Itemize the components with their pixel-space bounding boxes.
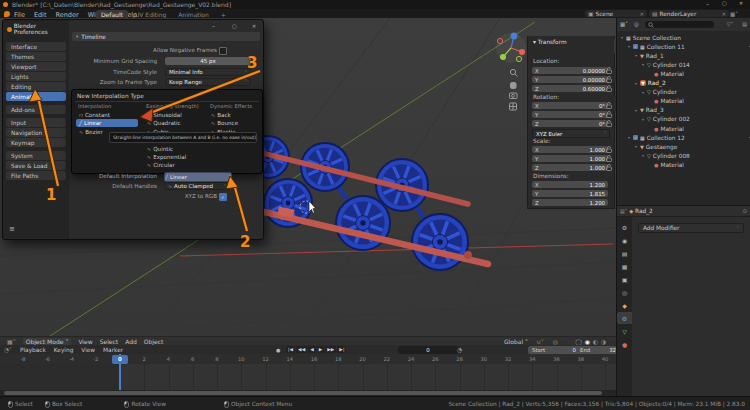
play-button[interactable]: ▶	[317, 346, 325, 353]
shading-solid-icon[interactable]: ◉	[585, 338, 590, 345]
timeline-tracks[interactable]	[0, 364, 616, 390]
timeline-menu-keying[interactable]: Keying	[54, 347, 73, 353]
properties-tab-data[interactable]: ▽	[617, 325, 632, 337]
lock-icon[interactable]	[606, 67, 613, 74]
outliner-row-material[interactable]: ●Material	[617, 97, 750, 106]
prefs-nav-lights[interactable]: Lights	[6, 72, 66, 81]
proportional-edit-icon[interactable]: ◎	[553, 338, 558, 345]
outliner-display-mode-dropdown[interactable]: ▦˅	[620, 21, 628, 27]
transform-panel-title[interactable]: ▾ Transform	[533, 39, 567, 45]
window-minimize-button[interactable]: –	[706, 0, 709, 7]
rotation-x-field[interactable]: X0°	[532, 102, 608, 109]
navigation-gizmo[interactable]	[496, 33, 526, 63]
menu-item-circular[interactable]: ∿Circular	[144, 161, 202, 169]
prefs-nav-interface[interactable]: Interface	[6, 42, 66, 51]
xyz-to-rgb-checkbox[interactable]: ✓	[219, 193, 227, 201]
record-button[interactable]: ●	[276, 347, 280, 353]
dimensions-x-field[interactable]: X1.200	[532, 181, 608, 188]
preferences-menu-icon[interactable]: ≡	[9, 225, 15, 233]
outliner-row-material[interactable]: ●Material	[617, 69, 750, 78]
viewport-menu-select[interactable]: Select	[100, 338, 119, 345]
prefs-nav-input[interactable]: Input	[6, 118, 66, 127]
shading-rendered-icon[interactable]: ◑	[601, 338, 606, 345]
prefs-close-button[interactable]: ✕	[252, 23, 256, 29]
prefs-minimize-button[interactable]: –	[212, 22, 215, 29]
camera-view-icon[interactable]	[510, 93, 518, 99]
properties-tab-output[interactable]: ▤	[617, 247, 632, 259]
blender-menu-icon[interactable]	[4, 11, 10, 17]
perspective-toggle-icon[interactable]	[510, 103, 517, 110]
menu-item-sinusoidal[interactable]: ∿Sinusoidal	[144, 111, 202, 119]
collection-checkbox[interactable]: ✓	[633, 44, 638, 49]
window-close-button[interactable]: ✕	[739, 0, 743, 6]
timecode-style-dropdown[interactable]: Minimal Info˅	[165, 68, 251, 76]
lock-icon[interactable]	[606, 102, 613, 109]
rotation-z-field[interactable]: Z0°	[532, 120, 608, 127]
properties-editor-icon[interactable]: ▤˅	[620, 208, 627, 214]
outliner-funnel-icon[interactable]: ▽˅	[727, 21, 733, 27]
outliner-row-gestaenge[interactable]: ▾▼Gestaenge	[617, 142, 750, 151]
collection-checkbox[interactable]: ✓	[633, 135, 638, 140]
jump-start-button[interactable]: |◀	[286, 346, 295, 353]
timeline-menu-marker[interactable]: Marker	[103, 347, 123, 353]
current-frame-badge[interactable]: 0	[112, 355, 128, 364]
next-keyframe-button[interactable]: ▶▶	[325, 346, 336, 353]
outliner-row-cylinder[interactable]: ▾▽Cylinder	[617, 88, 750, 97]
prefs-nav-keymap[interactable]: Keymap	[6, 138, 66, 147]
outliner-row-collection-12[interactable]: ▾✓▦Collection 12	[617, 133, 750, 142]
location-z-field[interactable]: Z0.60000	[532, 85, 608, 92]
menu-item-bounce[interactable]: ∿Bounce	[208, 119, 258, 127]
shading-wireframe-icon[interactable]: ◯	[575, 338, 582, 345]
menu-item-quintic[interactable]: ∿Quintic	[144, 145, 202, 153]
prefs-nav-system[interactable]: System	[6, 151, 66, 160]
outliner-row-cylinder-008[interactable]: ▾▽Cylinder 008	[617, 151, 750, 160]
default-handles-dropdown[interactable]: ∿ Auto Clamped˅	[164, 182, 230, 190]
mode-dropdown[interactable]: Object Mode ˅	[23, 338, 72, 345]
viewport-menu-object[interactable]: Object	[144, 338, 164, 345]
outliner-row-material[interactable]: ●Material	[617, 124, 750, 133]
prefs-nav-save-load[interactable]: Save & Load	[6, 161, 66, 170]
outliner-row-rad-1[interactable]: ▾▼Rad_1	[617, 51, 750, 60]
lock-icon[interactable]	[606, 76, 613, 83]
zoom-to-frame-type-dropdown[interactable]: Keep Range˅	[165, 78, 251, 86]
outliner-filter-icon[interactable]: ◎	[634, 21, 639, 27]
properties-tab-scene[interactable]: ▣	[617, 273, 632, 285]
properties-tab-material[interactable]: ●	[617, 338, 632, 350]
view-layer-remove-icon[interactable]: ✕	[722, 11, 726, 17]
auto-keying-icon[interactable]: ◔	[457, 347, 462, 353]
extra-topbar-icon[interactable]: ▦˅	[730, 11, 738, 17]
outliner-row-cylinder-002[interactable]: ▾▽Cylinder 002	[617, 115, 750, 124]
scene-selector[interactable]: ▣ Scene ✕	[585, 10, 647, 17]
outliner-row-collection-11[interactable]: ▾✓▦Collection 11	[617, 42, 750, 51]
orientation-dropdown[interactable]: Global ˅	[504, 338, 528, 345]
location-x-field[interactable]: X0.00000	[532, 67, 608, 74]
pan-tool-icon[interactable]	[510, 82, 517, 89]
timeline-menu-playback[interactable]: Playback	[20, 347, 46, 353]
timeline-editor-icon[interactable]: ◔˅	[4, 347, 12, 353]
allow-negative-frames-checkbox[interactable]	[219, 47, 227, 55]
outliner-row-cylinder-014[interactable]: ▾▽Cylinder 014	[617, 60, 750, 69]
menu-item-quadratic[interactable]: ∿Quadratic	[144, 119, 202, 127]
frame-end-field[interactable]: End32	[576, 346, 620, 354]
editor-type-icon[interactable]: ▦˅	[7, 338, 16, 345]
lock-icon[interactable]	[606, 85, 613, 92]
dimensions-y-field[interactable]: Y1.815	[532, 190, 608, 197]
timeline-ruler[interactable]: -8-6-4-224681012141618202224262830323436…	[0, 354, 616, 364]
prefs-nav-file-paths[interactable]: File Paths	[6, 171, 66, 180]
rotation-y-field[interactable]: Y0°	[532, 111, 608, 118]
jump-end-button[interactable]: ▶|	[337, 346, 346, 353]
os-titlebar[interactable]: Blender* [C:\_Daten\Blender\Rad_Gestaeng…	[0, 0, 750, 9]
properties-tab-object[interactable]: ◆	[617, 299, 632, 311]
scale-y-field[interactable]: Y1.000	[532, 155, 608, 162]
outliner-search-input[interactable]	[645, 21, 714, 28]
viewport-menu-add[interactable]: Add	[125, 338, 137, 345]
outliner-row-rad-2[interactable]: ▾▼Rad_2	[617, 79, 750, 88]
prefs-maximize-button[interactable]: ▢	[232, 23, 237, 29]
lock-icon[interactable]	[606, 111, 613, 118]
window-maximize-button[interactable]: ▢	[722, 0, 727, 6]
snap-magnet-icon[interactable]: ∪˅	[537, 338, 544, 345]
properties-tab-world[interactable]: ◎	[617, 286, 632, 298]
outliner-row-scene-collection[interactable]: ▾▦Scene Collection	[617, 33, 750, 42]
viewport-menu-view[interactable]: View	[78, 338, 92, 345]
default-interpolation-dropdown[interactable]: ╱ Linear˅	[164, 172, 232, 182]
